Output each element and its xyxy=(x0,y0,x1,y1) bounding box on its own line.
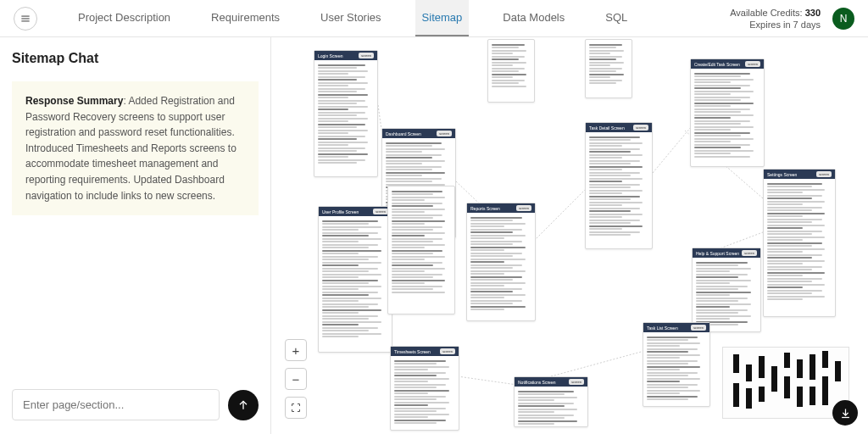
download-icon xyxy=(839,407,852,420)
tab-requirements[interactable]: Requirements xyxy=(204,0,287,36)
sitemap-canvas[interactable]: + − xyxy=(271,37,868,434)
response-summary: Response Summary: Added Registration and… xyxy=(12,81,259,215)
zoom-in-button[interactable]: + xyxy=(285,339,307,361)
send-button[interactable] xyxy=(228,390,259,420)
node-header: Timesheets Screenscreen xyxy=(391,347,459,356)
main-menu-button[interactable] xyxy=(14,7,37,31)
zoom-out-button[interactable]: − xyxy=(285,368,307,390)
app-header: Project DescriptionRequirementsUser Stor… xyxy=(0,0,868,37)
nav-tabs: Project DescriptionRequirementsUser Stor… xyxy=(71,0,634,36)
user-avatar[interactable]: N xyxy=(832,8,854,30)
tab-sql[interactable]: SQL xyxy=(598,0,634,36)
node-body xyxy=(515,387,587,429)
node-header: Task Detail Screenscreen xyxy=(586,123,652,132)
node-header: User Profile Screenscreen xyxy=(319,207,392,216)
node-header: Login Screenscreen xyxy=(314,51,377,60)
sitemap-node[interactable]: Reports Screenscreen xyxy=(466,203,536,321)
node-body xyxy=(764,179,835,304)
credits-expiry: Expires in 7 days xyxy=(730,19,821,31)
sitemap-node[interactable] xyxy=(487,39,535,103)
node-body xyxy=(319,216,392,342)
node-header: Settings Screenscreen xyxy=(764,170,835,179)
app-body: Sitemap Chat Response Summary: Added Reg… xyxy=(0,37,868,434)
sitemap-node[interactable]: Create/Edit Task Screenscreen xyxy=(690,58,765,167)
node-body xyxy=(693,258,760,330)
node-header: Reports Screenscreen xyxy=(467,203,535,213)
sitemap-node[interactable]: Login Screenscreen xyxy=(314,50,378,177)
node-body xyxy=(586,40,632,88)
node-body xyxy=(586,132,652,240)
node-body xyxy=(691,69,764,161)
svg-line-10 xyxy=(458,376,517,385)
tab-user-stories[interactable]: User Stories xyxy=(314,0,388,36)
node-body xyxy=(467,213,535,314)
svg-line-7 xyxy=(653,122,695,173)
chat-input[interactable] xyxy=(12,389,220,420)
tab-sitemap[interactable]: Sitemap xyxy=(415,0,470,36)
hamburger-icon xyxy=(19,13,31,25)
credits-label: Available Credits: xyxy=(730,8,802,18)
sitemap-node[interactable] xyxy=(585,39,632,98)
node-body xyxy=(391,356,459,428)
svg-line-6 xyxy=(534,190,585,241)
expand-icon xyxy=(291,403,301,413)
sitemap-node[interactable]: User Profile Screenscreen xyxy=(318,206,392,353)
sitemap-node[interactable]: Task Detail Screenscreen xyxy=(585,122,653,249)
zoom-fit-button[interactable] xyxy=(285,397,307,419)
sitemap-node[interactable]: Task List Screenscreen xyxy=(643,322,710,407)
svg-line-9 xyxy=(551,351,644,376)
node-body xyxy=(643,332,709,404)
tab-data-models[interactable]: Data Models xyxy=(496,0,571,36)
zoom-controls: + − xyxy=(285,339,307,419)
summary-text: : Added Registration and Password Recove… xyxy=(25,95,236,202)
arrow-up-icon xyxy=(236,398,250,412)
sitemap-node[interactable] xyxy=(387,186,455,314)
sitemap-node[interactable]: Timesheets Screenscreen xyxy=(390,346,459,431)
summary-lead: Response Summary xyxy=(25,95,123,107)
sitemap-chat-panel: Sitemap Chat Response Summary: Added Reg… xyxy=(0,37,271,434)
sitemap-node[interactable]: Help & Support Screenscreen xyxy=(692,248,761,332)
node-header: Create/Edit Task Screenscreen xyxy=(691,59,764,69)
panel-title: Sitemap Chat xyxy=(12,51,259,66)
sitemap-node[interactable]: Settings Screenscreen xyxy=(763,169,836,317)
credits-info: Available Credits: 330 Expires in 7 days xyxy=(730,7,821,31)
node-body xyxy=(314,60,377,168)
node-header: Task List Screenscreen xyxy=(643,323,709,332)
node-body xyxy=(388,186,454,297)
sitemap-node[interactable]: Notifications Screenscreen xyxy=(514,376,588,427)
node-header: Notifications Screenscreen xyxy=(515,377,587,387)
chat-input-row xyxy=(12,389,259,420)
tab-project-description[interactable]: Project Description xyxy=(71,0,177,36)
credits-value: 330 xyxy=(805,8,821,18)
node-header: Help & Support Screenscreen xyxy=(693,248,760,258)
download-button[interactable] xyxy=(832,400,858,426)
minimap[interactable] xyxy=(722,347,849,419)
node-body xyxy=(488,40,534,91)
node-header: Dashboard Screenscreen xyxy=(382,129,455,138)
